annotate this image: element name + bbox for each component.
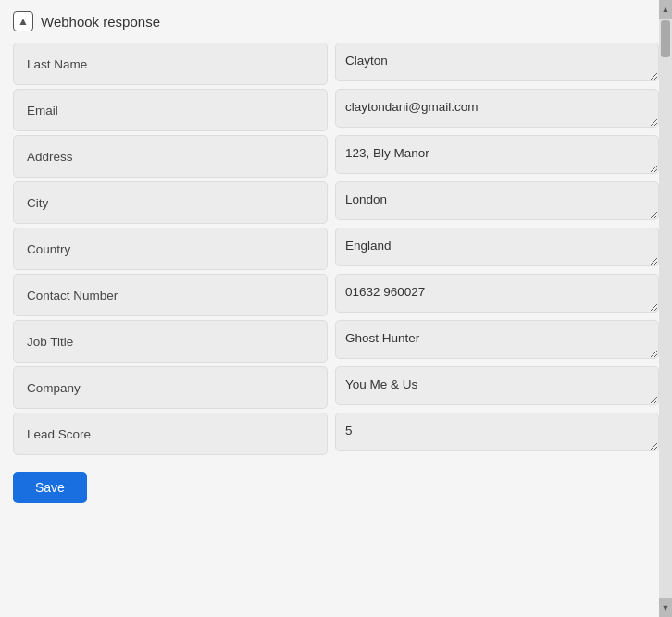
field-value-country[interactable] [335, 228, 659, 266]
field-label-email: Email [13, 89, 328, 131]
main-container: ▲ Webhook response Last NameEmailAddress… [0, 0, 672, 617]
field-value-wrapper [335, 228, 659, 270]
field-value-wrapper [335, 274, 659, 316]
field-row: Last Name [13, 43, 659, 85]
field-value-job-title[interactable] [335, 320, 659, 359]
scrollbar-thumb[interactable] [661, 20, 670, 57]
field-value-contact-number[interactable] [335, 274, 659, 313]
field-row: Company [13, 366, 659, 409]
field-value-wrapper [335, 413, 659, 455]
field-label-city: City [13, 181, 328, 224]
field-value-wrapper [335, 89, 659, 131]
field-label-country: Country [13, 228, 328, 270]
collapse-icon[interactable]: ▲ [13, 11, 33, 31]
field-row: Job Title [13, 320, 659, 363]
field-value-wrapper [335, 366, 659, 409]
field-row: City [13, 181, 659, 224]
field-row: Contact Number [13, 274, 659, 316]
scrollbar-up-button[interactable]: ▲ [659, 0, 672, 19]
save-section: Save [0, 459, 672, 503]
field-value-wrapper [335, 43, 659, 85]
field-row: Address [13, 135, 659, 178]
field-value-last-name[interactable] [335, 43, 659, 81]
field-label-contact-number: Contact Number [13, 274, 328, 316]
scrollbar-down-button[interactable]: ▼ [659, 598, 672, 617]
field-value-address[interactable] [335, 135, 659, 174]
field-value-city[interactable] [335, 181, 659, 220]
field-label-company: Company [13, 366, 328, 409]
field-value-wrapper [335, 135, 659, 178]
field-row: Country [13, 228, 659, 270]
field-value-wrapper [335, 181, 659, 224]
field-value-email[interactable] [335, 89, 659, 128]
webhook-title: Webhook response [41, 14, 160, 30]
field-value-company[interactable] [335, 366, 659, 405]
field-label-address: Address [13, 135, 328, 178]
field-row: Email [13, 89, 659, 131]
fields-area: Last NameEmailAddressCityCountryContact … [0, 43, 672, 459]
scrollbar: ▲ ▼ [659, 0, 672, 617]
webhook-header[interactable]: ▲ Webhook response [0, 11, 672, 43]
field-value-wrapper [335, 320, 659, 363]
field-label-lead-score: Lead Score [13, 413, 328, 455]
save-button[interactable]: Save [13, 472, 87, 503]
field-row: Lead Score [13, 413, 659, 455]
field-label-job-title: Job Title [13, 320, 328, 363]
field-label-last-name: Last Name [13, 43, 328, 85]
field-value-lead-score[interactable] [335, 413, 659, 451]
